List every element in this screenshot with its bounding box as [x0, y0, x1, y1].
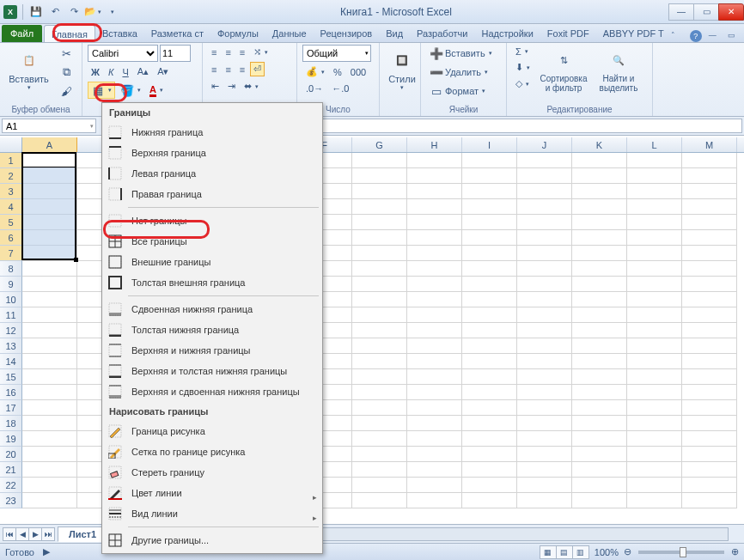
- close-button[interactable]: ✕: [718, 3, 744, 21]
- border-menu-item[interactable]: Толстая нижняя граница: [102, 320, 322, 340]
- cell[interactable]: [407, 153, 462, 168]
- cell[interactable]: [462, 277, 517, 292]
- bold-button[interactable]: Ж: [88, 65, 103, 79]
- percent-button[interactable]: %: [330, 65, 345, 79]
- cell[interactable]: [407, 416, 462, 431]
- autosum-button[interactable]: Σ: [512, 45, 534, 58]
- row-header[interactable]: 18: [0, 416, 22, 431]
- cell[interactable]: [682, 168, 737, 184]
- merge-button[interactable]: ⬌: [241, 79, 262, 94]
- cell[interactable]: [352, 400, 407, 416]
- border-menu-item[interactable]: Нет границы: [102, 210, 322, 231]
- tab-надстройки[interactable]: Надстройки: [474, 25, 540, 42]
- border-menu-item[interactable]: Толстая внешняя граница: [102, 272, 322, 293]
- cell[interactable]: [627, 199, 682, 215]
- cell[interactable]: [407, 215, 462, 230]
- tab-данные[interactable]: Данные: [265, 25, 314, 42]
- cell[interactable]: [682, 323, 737, 338]
- open-icon[interactable]: 📂: [85, 4, 101, 20]
- cell[interactable]: [682, 493, 737, 508]
- cell[interactable]: [352, 184, 407, 199]
- cell[interactable]: [682, 400, 737, 416]
- cell[interactable]: [462, 230, 517, 246]
- cell[interactable]: [682, 215, 737, 230]
- cell[interactable]: [572, 153, 627, 168]
- row-header[interactable]: 23: [0, 493, 22, 508]
- cell[interactable]: [352, 478, 407, 493]
- cell[interactable]: [22, 385, 77, 400]
- cell[interactable]: [517, 215, 572, 230]
- cell[interactable]: [407, 323, 462, 338]
- cell[interactable]: [572, 416, 627, 431]
- font-color-button[interactable]: A: [146, 82, 167, 99]
- cell[interactable]: [572, 199, 627, 215]
- cell[interactable]: [572, 354, 627, 369]
- cell[interactable]: [627, 385, 682, 400]
- row-header[interactable]: 13: [0, 338, 22, 354]
- decrease-decimal-button[interactable]: ←.0: [328, 82, 352, 95]
- cell[interactable]: [517, 246, 572, 261]
- cell[interactable]: [627, 215, 682, 230]
- cell[interactable]: [462, 323, 517, 338]
- cell[interactable]: [627, 230, 682, 246]
- cell[interactable]: [517, 354, 572, 369]
- italic-button[interactable]: К: [105, 65, 117, 79]
- align-left-button[interactable]: ≡: [208, 63, 220, 76]
- cell[interactable]: [407, 493, 462, 508]
- cell[interactable]: [407, 385, 462, 400]
- cell[interactable]: [407, 478, 462, 493]
- row-header[interactable]: 14: [0, 354, 22, 369]
- cell[interactable]: [682, 277, 737, 292]
- cell[interactable]: [517, 416, 572, 431]
- cell[interactable]: [627, 369, 682, 385]
- cell[interactable]: [517, 338, 572, 354]
- font-size-combo[interactable]: [160, 45, 191, 62]
- cell[interactable]: [462, 493, 517, 508]
- cell[interactable]: [462, 400, 517, 416]
- cell[interactable]: [22, 478, 77, 493]
- cell[interactable]: [517, 323, 572, 338]
- cell[interactable]: [462, 307, 517, 323]
- cell[interactable]: [517, 431, 572, 447]
- tab-главная[interactable]: Главная: [44, 25, 95, 42]
- cell[interactable]: [627, 400, 682, 416]
- row-header[interactable]: 17: [0, 400, 22, 416]
- cell[interactable]: [572, 338, 627, 354]
- cell[interactable]: [572, 277, 627, 292]
- cell[interactable]: [407, 307, 462, 323]
- cell[interactable]: [517, 385, 572, 400]
- sort-filter-button[interactable]: ⇅ Сортировка и фильтр: [537, 45, 590, 94]
- view-normal-button[interactable]: ▦: [540, 545, 557, 559]
- cell[interactable]: [517, 199, 572, 215]
- number-format-combo[interactable]: Общий: [302, 45, 371, 62]
- sheet-tab[interactable]: Лист1: [58, 527, 107, 542]
- insert-cells-button[interactable]: ➕Вставить: [426, 45, 496, 62]
- cell[interactable]: [517, 369, 572, 385]
- sheet-first-button[interactable]: ⏮: [3, 527, 16, 541]
- cell[interactable]: [627, 184, 682, 199]
- column-header[interactable]: I: [462, 137, 517, 152]
- comma-button[interactable]: 000: [347, 65, 369, 79]
- cell[interactable]: [407, 369, 462, 385]
- font-name-combo[interactable]: Calibri: [88, 45, 158, 62]
- qat-customize-icon[interactable]: [104, 4, 119, 20]
- cell[interactable]: [352, 307, 407, 323]
- border-menu-item[interactable]: Все границы: [102, 231, 322, 252]
- cell[interactable]: [627, 323, 682, 338]
- fill-button[interactable]: ⬇: [512, 60, 534, 75]
- column-header[interactable]: A: [22, 137, 77, 152]
- decrease-indent-button[interactable]: ⇤: [208, 79, 223, 94]
- cell[interactable]: [627, 246, 682, 261]
- border-menu-item[interactable]: Другие границы...: [102, 530, 322, 551]
- cell[interactable]: [462, 168, 517, 184]
- cell[interactable]: [352, 215, 407, 230]
- cell[interactable]: [22, 447, 77, 462]
- cell[interactable]: [22, 416, 77, 431]
- border-menu-item[interactable]: Верхняя и толстая нижняя границы: [102, 361, 322, 381]
- increase-indent-button[interactable]: ⇥: [224, 79, 239, 94]
- cell[interactable]: [682, 307, 737, 323]
- sheet-next-button[interactable]: ▶: [28, 527, 42, 541]
- border-menu-item[interactable]: Внешние границы: [102, 252, 322, 272]
- border-menu-item[interactable]: Граница рисунка: [102, 421, 322, 441]
- cell[interactable]: [462, 385, 517, 400]
